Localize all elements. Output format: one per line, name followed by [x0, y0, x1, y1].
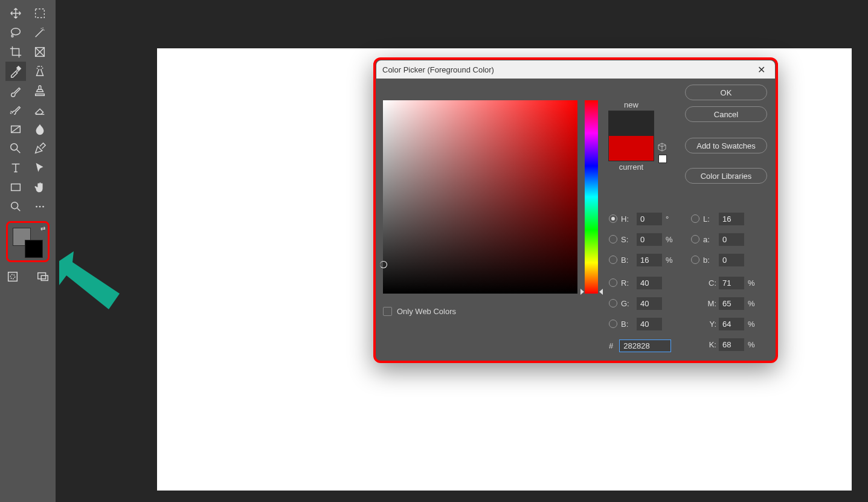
lab-b-radio[interactable] — [691, 256, 699, 264]
g-input[interactable] — [637, 297, 662, 310]
svg-rect-0 — [36, 9, 45, 18]
current-label: current — [608, 163, 654, 172]
color-preview: new current — [608, 100, 654, 172]
a-radio[interactable] — [691, 235, 699, 243]
hue-radio[interactable] — [609, 214, 617, 223]
a-input[interactable] — [719, 233, 744, 246]
hex-input[interactable] — [619, 339, 671, 352]
web-colors-input[interactable] — [383, 307, 392, 316]
bri-radio[interactable] — [609, 256, 617, 264]
b-radio[interactable] — [609, 320, 617, 328]
eraser-tool[interactable] — [30, 100, 50, 120]
g-radio[interactable] — [609, 299, 617, 307]
bri-input[interactable] — [637, 254, 662, 266]
more-tools[interactable] — [30, 197, 50, 216]
healing-brush-tool[interactable] — [30, 62, 50, 81]
swap-colors-icon[interactable]: ⇄ — [40, 225, 45, 232]
hue-slider-thumb-left[interactable] — [580, 289, 584, 295]
lab-b-input[interactable] — [719, 254, 744, 266]
svg-point-10 — [42, 206, 44, 208]
ok-button[interactable]: OK — [685, 85, 767, 100]
marquee-tool[interactable] — [30, 4, 50, 23]
color-picker-dialog: Color Picker (Foreground Color) ✕ new cu… — [373, 57, 778, 363]
svg-point-12 — [10, 274, 14, 278]
brush-tool[interactable] — [5, 81, 26, 100]
move-tool[interactable] — [5, 4, 26, 23]
blur-tool[interactable] — [30, 120, 50, 139]
dialog-title: Color Picker (Foreground Color) — [382, 65, 494, 74]
cancel-button[interactable]: Cancel — [685, 106, 767, 122]
b-input[interactable] — [637, 318, 662, 330]
tools-toolbar: ⇄ — [0, 0, 56, 502]
hue-input[interactable] — [637, 213, 662, 225]
svg-rect-3 — [37, 66, 42, 70]
svg-rect-14 — [41, 275, 48, 280]
c-input[interactable] — [719, 277, 744, 289]
crop-tool[interactable] — [5, 42, 26, 62]
k-input[interactable] — [719, 338, 744, 351]
add-to-swatches-button[interactable]: Add to Swatches — [685, 138, 767, 153]
dialog-titlebar[interactable]: Color Picker (Foreground Color) ✕ — [376, 60, 775, 79]
svg-rect-6 — [11, 184, 21, 191]
svg-rect-11 — [8, 272, 18, 282]
dodge-tool[interactable] — [5, 139, 26, 158]
l-radio[interactable] — [691, 214, 699, 223]
gradient-tool[interactable] — [5, 120, 26, 139]
m-input[interactable] — [719, 297, 744, 310]
svg-point-1 — [11, 28, 21, 35]
hue-slider-thumb-right[interactable] — [599, 289, 603, 295]
new-color-swatch[interactable] — [609, 111, 654, 136]
quickmask-toggle[interactable] — [2, 267, 23, 286]
color-libraries-button[interactable]: Color Libraries — [685, 168, 767, 184]
zoom-tool[interactable] — [5, 197, 26, 216]
screen-mode-toggle[interactable] — [33, 267, 53, 286]
gamut-warning-icon[interactable] — [657, 143, 667, 152]
default-colors-icon[interactable] — [10, 251, 18, 258]
clone-stamp-tool[interactable] — [30, 81, 50, 100]
current-color-swatch[interactable] — [609, 136, 654, 161]
sat-radio[interactable] — [609, 235, 617, 243]
background-swatch[interactable] — [25, 240, 43, 258]
y-input[interactable] — [719, 318, 744, 330]
color-field-cursor — [380, 261, 387, 268]
hand-tool[interactable] — [30, 178, 50, 197]
svg-point-9 — [39, 206, 41, 208]
history-brush-tool[interactable] — [5, 100, 26, 120]
frame-tool[interactable] — [30, 42, 50, 62]
hue-slider[interactable] — [585, 100, 598, 294]
r-radio[interactable] — [609, 278, 617, 287]
l-input[interactable] — [719, 213, 744, 225]
magic-wand-tool[interactable] — [30, 23, 50, 42]
gamut-swatch[interactable] — [658, 155, 667, 163]
rectangle-tool[interactable] — [5, 178, 26, 197]
type-tool[interactable] — [5, 158, 26, 178]
svg-point-5 — [11, 144, 18, 150]
pen-tool[interactable] — [30, 139, 50, 158]
web-colors-checkbox[interactable]: Only Web Colors — [383, 307, 456, 316]
color-field[interactable] — [383, 100, 577, 294]
web-colors-label: Only Web Colors — [397, 307, 456, 316]
path-selection-tool[interactable] — [30, 158, 50, 178]
lasso-tool[interactable] — [5, 23, 26, 42]
sat-input[interactable] — [637, 233, 662, 246]
close-icon[interactable]: ✕ — [754, 63, 769, 77]
new-label: new — [608, 100, 654, 109]
eyedropper-tool[interactable] — [5, 62, 26, 81]
foreground-background-colors[interactable]: ⇄ — [6, 221, 50, 262]
svg-point-7 — [11, 202, 18, 209]
svg-point-8 — [36, 206, 37, 208]
r-input[interactable] — [637, 277, 662, 289]
